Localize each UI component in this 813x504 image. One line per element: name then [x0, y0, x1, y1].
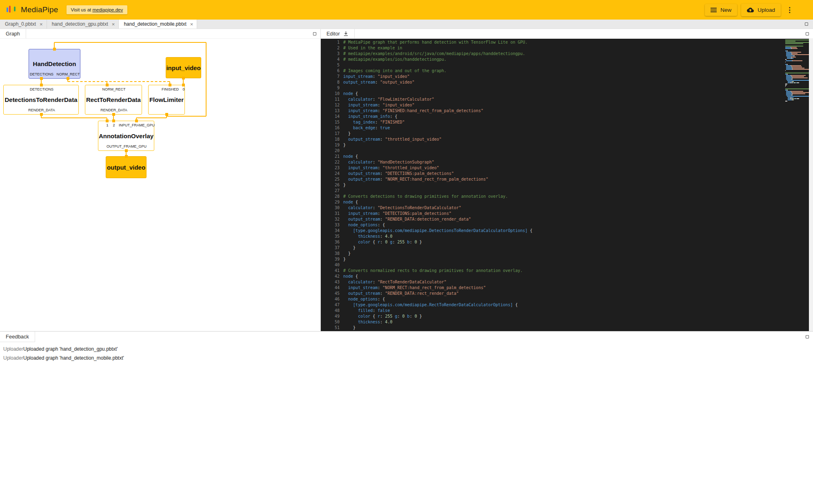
code-editor[interactable]: 1# MediaPipe graph that performs hand de…	[321, 39, 813, 331]
graph-node-HandDetection[interactable]: HandDetectionDETECTIONSNORM_RECT	[29, 49, 80, 79]
code-line[interactable]: 18 output_stream: "throttled_input_video…	[321, 137, 813, 142]
code-line[interactable]: 44 input_stream: "NORM_RECT:hand_rect_fr…	[321, 285, 813, 291]
code-line[interactable]: 17 }	[321, 131, 813, 137]
tab-feedback[interactable]: Feedback	[0, 332, 35, 342]
code-line[interactable]: 46 node_options: {	[321, 296, 813, 302]
code-line[interactable]: 47 [type.googleapis.com/mediapipe.RectTo…	[321, 302, 813, 308]
code-line[interactable]: 35 thickness: 4.0	[321, 234, 813, 239]
graph-node-input_video[interactable]: input_video	[166, 57, 201, 78]
line-text: # Converts detections to drawing primiti…	[343, 194, 508, 199]
tab-close-icon[interactable]: ×	[112, 22, 115, 27]
graph-panel-header: Graph	[0, 29, 320, 39]
code-line[interactable]: 12 input_stream: "input_video"	[321, 102, 813, 108]
expand-icon[interactable]	[313, 32, 316, 35]
code-line[interactable]: 49 color { r: 255 g: 0 b: 0 }	[321, 314, 813, 319]
minimap-line	[785, 40, 809, 40]
line-text: node_options: {	[343, 296, 385, 302]
tab-close-icon[interactable]: ×	[40, 22, 43, 27]
code-line[interactable]: 51 }	[321, 325, 813, 331]
code-line[interactable]: 43 calculator: "RectToRenderDataCalculat…	[321, 279, 813, 285]
line-number: 40	[321, 262, 340, 268]
tab-hand_detection_mobile.pbtxt[interactable]: hand_detection_mobile.pbtxt×	[119, 20, 197, 29]
code-line[interactable]: 29node {	[321, 199, 813, 205]
code-line[interactable]: 45 output_stream: "RENDER_DATA:rect_rend…	[321, 291, 813, 296]
upload-button[interactable]: Upload	[741, 4, 781, 16]
mediapipe-dev-link[interactable]: mediapipe.dev	[92, 7, 123, 12]
code-line[interactable]: 5	[321, 62, 813, 68]
code-line[interactable]: 36 color { r: 0 g: 255 b: 0 }	[321, 239, 813, 245]
code-line[interactable]: 27	[321, 188, 813, 194]
code-line[interactable]: 15 tag_index: "FINISHED"	[321, 119, 813, 125]
editor-scrollbar[interactable]	[809, 39, 813, 331]
graph-node-DetectionsToRenderData[interactable]: DetectionsToRenderDataDETECTIONSRENDER_D…	[3, 85, 79, 115]
graph-canvas[interactable]: HandDetectionDETECTIONSNORM_RECTinput_vi…	[0, 39, 320, 331]
expand-icon[interactable]	[806, 32, 809, 35]
port-dot	[112, 119, 115, 122]
code-line[interactable]: 26}	[321, 182, 813, 188]
code-line[interactable]: 13 input_stream: "FINISHED:hand_rect_fro…	[321, 108, 813, 114]
line-text: output_stream: "output_video"	[343, 80, 415, 85]
new-button[interactable]: New	[705, 4, 737, 16]
cloud-upload-icon	[747, 7, 754, 13]
tab-Graph_0.pbtxt[interactable]: Graph_0.pbtxt×	[0, 20, 47, 29]
code-line[interactable]: 16 back_edge: true	[321, 125, 813, 131]
code-line[interactable]: 30 calculator: "DetectionsToRenderDataCa…	[321, 205, 813, 211]
graph-node-AnnotationOverlay[interactable]: AnnotationOverlay12INPUT_FRAME_GPUOUTPUT…	[98, 121, 154, 151]
code-line[interactable]: 23 input_stream: "throttled_input_video"	[321, 165, 813, 171]
code-line[interactable]: 33 node_options: {	[321, 222, 813, 228]
tab-editor[interactable]: Editor	[321, 29, 355, 38]
code-line[interactable]: 20	[321, 148, 813, 154]
tab-hand_detection_gpu.pbtxt[interactable]: hand_detection_gpu.pbtxt×	[47, 20, 119, 29]
code-line[interactable]: 1# MediaPipe graph that performs hand de…	[321, 40, 813, 45]
code-line[interactable]: 28# Converts detections to drawing primi…	[321, 194, 813, 199]
tab-graph[interactable]: Graph	[0, 29, 26, 38]
line-text: input_stream: "NORM_RECT:hand_rect_from_…	[343, 285, 486, 291]
expand-icon[interactable]	[806, 335, 809, 338]
port-label: NORM_RECT	[102, 87, 125, 91]
port-dot	[182, 77, 185, 80]
port-dot	[182, 84, 185, 86]
code-line[interactable]: 50 thickness: 4.0	[321, 319, 813, 325]
code-line[interactable]: 34 [type.googleapis.com/mediapipe.Detect…	[321, 228, 813, 234]
code-line[interactable]: 19}	[321, 142, 813, 148]
feedback-entry: UploaderUploaded graph 'hand_detection_m…	[3, 354, 813, 363]
line-number: 42	[321, 274, 340, 279]
code-line[interactable]: 25 output_stream: "NORM_RECT:hand_rect_f…	[321, 177, 813, 182]
code-line[interactable]: 14 input_stream_info: {	[321, 114, 813, 119]
minimap-line	[785, 68, 809, 69]
code-line[interactable]: 31 input_stream: "DETECTIONS:palm_detect…	[321, 211, 813, 217]
code-line[interactable]: 7input_stream: "input_video"	[321, 74, 813, 80]
graph-panel: Graph HandDetectionDETECTIONSNORM_RECTin…	[0, 29, 321, 331]
code-line[interactable]: 41# Converts normalized rects to drawing…	[321, 268, 813, 274]
code-line[interactable]: 24 output_stream: "DETECTIONS:palm_detec…	[321, 171, 813, 177]
kebab-menu-icon[interactable]: ⋮	[785, 6, 794, 14]
code-line[interactable]: 38 }	[321, 251, 813, 256]
line-number: 34	[321, 228, 340, 234]
graph-node-output_video[interactable]: output_video	[106, 156, 147, 178]
download-icon[interactable]	[343, 31, 349, 36]
code-line[interactable]: 9	[321, 85, 813, 91]
code-line[interactable]: 48 filled: false	[321, 308, 813, 314]
graph-node-RectToRenderData[interactable]: RectToRenderDataNORM_RECTRENDER_DATA	[85, 85, 142, 115]
code-line[interactable]: 3# mediapipe/examples/android/src/java/c…	[321, 51, 813, 57]
code-line[interactable]: 42node {	[321, 274, 813, 279]
code-line[interactable]: 2# Used in the example in	[321, 45, 813, 51]
tab-close-icon[interactable]: ×	[190, 22, 193, 27]
graph-node-FlowLimiter[interactable]: FlowLimiterFINISHED0	[148, 85, 185, 115]
code-line[interactable]: 21node {	[321, 154, 813, 159]
code-line[interactable]: 11 calculator: "FlowLimiterCalculator"	[321, 97, 813, 102]
line-number: 19	[321, 142, 340, 148]
minimap[interactable]	[785, 40, 809, 102]
code-line[interactable]: 39}	[321, 256, 813, 262]
code-line[interactable]: 22 calculator: "HandDetectionSubgraph"	[321, 159, 813, 165]
line-text: filled: false	[343, 308, 390, 314]
code-line[interactable]: 8output_stream: "output_video"	[321, 80, 813, 85]
code-line[interactable]: 6# Images coming into and out of the gra…	[321, 68, 813, 74]
code-line[interactable]: 4# mediapipe/examples/ios/handdetectiong…	[321, 57, 813, 62]
code-line[interactable]: 10node {	[321, 91, 813, 97]
code-line[interactable]: 40	[321, 262, 813, 268]
port-dot	[40, 77, 43, 80]
code-line[interactable]: 37 }	[321, 245, 813, 251]
code-line[interactable]: 32 output_stream: "RENDER_DATA:detection…	[321, 217, 813, 222]
expand-icon[interactable]	[805, 22, 808, 26]
